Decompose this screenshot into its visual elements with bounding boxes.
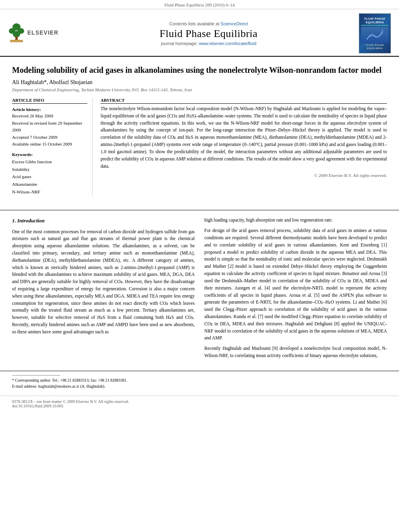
journal-citation: Fluid Phase Equilibria 289 (2010) 6–14 xyxy=(0,0,399,9)
svg-point-4 xyxy=(13,31,20,37)
article-info-col: ARTICLE INFO Article history: Received 2… xyxy=(12,98,93,195)
article-info-heading: ARTICLE INFO xyxy=(12,98,87,104)
journal-header: ELSEVIER Contents lists available at Sci… xyxy=(0,9,399,57)
footnotes: * Corresponding author. Tel.: +98 21 828… xyxy=(0,371,399,392)
footnote-1: * Corresponding author. Tel.: +98 21 828… xyxy=(12,377,387,383)
intro-paragraph-1: One of the most common processes for rem… xyxy=(12,228,195,336)
received-date: Received 26 May 2009 xyxy=(12,113,87,120)
article-affiliation: Department of Chemical Engineering, Tarb… xyxy=(12,87,387,92)
journal-title-area: Contents lists available at ScienceDirec… xyxy=(58,21,359,46)
abstract-text: The nonelectrolyte Wilson-nonrandom fact… xyxy=(101,105,387,170)
keyword-3: Acid gases xyxy=(12,173,87,181)
elsevier-tree-icon xyxy=(8,22,25,43)
homepage-label: journal homepage: xyxy=(161,41,197,46)
homepage-link[interactable]: www.elsevier.com/locate/fluid xyxy=(199,41,256,46)
available-date: Available online 15 October 2009 xyxy=(12,141,87,148)
bottom-bar: 0378-3812/$ – see front matter © 2009 El… xyxy=(0,396,399,411)
elsevier-logo-area: ELSEVIER xyxy=(8,22,58,45)
authors-text: Ali Haghtalab*, Abolfazl Shojaeian xyxy=(12,79,93,85)
sciencedirect-info: Contents lists available at ScienceDirec… xyxy=(58,21,359,26)
article-authors: Ali Haghtalab*, Abolfazl Shojaeian xyxy=(12,79,387,86)
body-left-col: 1. Introduction One of the most common p… xyxy=(12,217,195,362)
keywords-label: Keywords: xyxy=(12,152,87,157)
right-col-para1: For design of the acid gases removal pro… xyxy=(204,227,387,342)
history-label: Article history: xyxy=(12,107,87,112)
doi-line: doi:10.1016/j.fluid.2009.10.005 xyxy=(12,404,387,408)
email-label: E-mail address: xyxy=(12,384,37,388)
issn-line: 0378-3812/$ – see front matter © 2009 El… xyxy=(12,399,387,404)
journal-title: Fluid Phase Equilibria xyxy=(58,28,359,40)
sciencedirect-link[interactable]: ScienceDirect xyxy=(221,21,248,26)
abstract-col: ABSTRACT The nonelectrolyte Wilson-nonra… xyxy=(101,98,387,195)
copyright-line: © 2009 Elsevier B.V. All rights reserved… xyxy=(101,173,387,178)
abstract-heading: ABSTRACT xyxy=(101,98,387,104)
keyword-4: Alkanolamine xyxy=(12,181,87,188)
accepted-date: Accepted 7 October 2009 xyxy=(12,134,87,141)
journal-homepage: journal homepage: www.elsevier.com/locat… xyxy=(58,41,359,46)
email-value: haghtalab@modares.ac.ir (A. Haghtalab). xyxy=(38,384,105,388)
journal-cover-image: FLUID PHASEEQUILIBRIA FLUID PHASEEQUILIB… xyxy=(359,13,391,53)
body-right-col: high loading capacity, high absorption r… xyxy=(204,217,387,362)
keyword-5: N-Wilson–NRF xyxy=(12,188,87,196)
citation-text: Fluid Phase Equilibria 289 (2010) 6–14 xyxy=(165,2,234,7)
revised-date: Received in revised form 29 September 20… xyxy=(12,120,87,134)
sciencedirect-label: Contents lists available at xyxy=(169,21,220,26)
elsevier-logo: ELSEVIER xyxy=(8,22,58,43)
footnote-email: E-mail address: haghtalab@modares.ac.ir … xyxy=(12,383,387,389)
section1-title: 1. Introduction xyxy=(12,217,195,225)
footnote-divider xyxy=(12,375,60,376)
elsevier-wordmark: ELSEVIER xyxy=(27,29,58,36)
right-col-para2: Recently Haghtalab and Mazloumi [9] deve… xyxy=(204,345,387,359)
article-title: Modeling solubility of acid gases in alk… xyxy=(12,65,387,75)
body-content: 1. Introduction One of the most common p… xyxy=(0,217,399,362)
keyword-1: Excess Gibbs function xyxy=(12,158,87,166)
article-content: Modeling solubility of acid gases in alk… xyxy=(0,57,399,203)
svg-rect-7 xyxy=(10,40,23,42)
keyword-2: Solubility xyxy=(12,166,87,173)
article-info-abstract: ARTICLE INFO Article history: Received 2… xyxy=(12,98,387,195)
right-col-intro: high loading capacity, high absorption r… xyxy=(204,217,387,224)
